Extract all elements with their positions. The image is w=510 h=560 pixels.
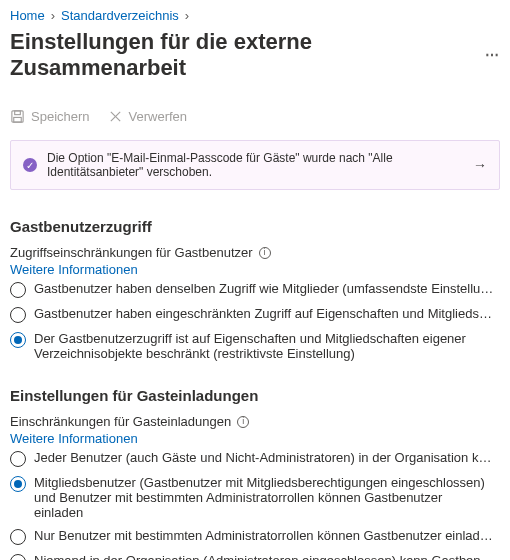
discard-button-label: Verwerfen xyxy=(129,109,188,124)
radio-icon-checked xyxy=(10,476,26,492)
radio-icon xyxy=(10,554,26,560)
discard-button[interactable]: Verwerfen xyxy=(108,109,188,124)
svg-rect-2 xyxy=(14,117,22,122)
close-icon xyxy=(108,109,123,124)
info-banner-text: Die Option "E-Mail-Einmal-Passcode für G… xyxy=(47,151,463,179)
guest-access-option-0[interactable]: Gastbenutzer haben denselben Zugriff wie… xyxy=(10,281,500,298)
save-button-label: Speichern xyxy=(31,109,90,124)
invite-option-2[interactable]: Nur Benutzer mit bestimmten Administrato… xyxy=(10,528,500,545)
guest-access-option-1[interactable]: Gastbenutzer haben eingeschränkten Zugri… xyxy=(10,306,500,323)
info-icon[interactable]: i xyxy=(237,416,249,428)
radio-label: Der Gastbenutzerzugriff ist auf Eigensch… xyxy=(34,331,494,361)
radio-label: Gastbenutzer haben denselben Zugriff wie… xyxy=(34,281,494,296)
guest-access-sublabel-text: Zugriffseinschränkungen für Gastbenutzer xyxy=(10,245,253,260)
page-title: Einstellungen für die externe Zusammenar… xyxy=(10,29,500,81)
chevron-right-icon: › xyxy=(185,8,189,23)
radio-icon xyxy=(10,307,26,323)
radio-label: Mitgliedsbenutzer (Gastbenutzer mit Mitg… xyxy=(34,475,494,520)
learn-more-link-guest-access[interactable]: Weitere Informationen xyxy=(10,262,138,277)
svg-rect-1 xyxy=(15,111,21,115)
radio-label: Nur Benutzer mit bestimmten Administrato… xyxy=(34,528,494,543)
invite-restrictions-sublabel-text: Einschränkungen für Gasteinladungen xyxy=(10,414,231,429)
invite-radio-group: Jeder Benutzer (auch Gäste und Nicht-Adm… xyxy=(10,450,500,560)
breadcrumb-directory[interactable]: Standardverzeichnis xyxy=(61,8,179,23)
more-icon[interactable]: ⋯ xyxy=(485,47,500,63)
page-title-text: Einstellungen für die externe Zusammenar… xyxy=(10,29,475,81)
radio-icon xyxy=(10,282,26,298)
info-icon[interactable]: i xyxy=(259,247,271,259)
section-heading-guest-access: Gastbenutzerzugriff xyxy=(10,218,500,235)
radio-label: Gastbenutzer haben eingeschränkten Zugri… xyxy=(34,306,494,321)
radio-icon xyxy=(10,451,26,467)
info-bullet-icon: ✓ xyxy=(23,158,37,172)
info-banner[interactable]: ✓ Die Option "E-Mail-Einmal-Passcode für… xyxy=(10,140,500,190)
toolbar: Speichern Verwerfen xyxy=(10,103,500,134)
guest-access-sublabel: Zugriffseinschränkungen für Gastbenutzer… xyxy=(10,245,500,260)
radio-icon xyxy=(10,529,26,545)
learn-more-link-invite[interactable]: Weitere Informationen xyxy=(10,431,138,446)
invite-option-0[interactable]: Jeder Benutzer (auch Gäste und Nicht-Adm… xyxy=(10,450,500,467)
radio-label: Niemand in der Organisation (Administrat… xyxy=(34,553,494,560)
guest-access-option-2[interactable]: Der Gastbenutzerzugriff ist auf Eigensch… xyxy=(10,331,500,361)
invite-restrictions-sublabel: Einschränkungen für Gasteinladungen i xyxy=(10,414,500,429)
breadcrumb-home[interactable]: Home xyxy=(10,8,45,23)
invite-option-3[interactable]: Niemand in der Organisation (Administrat… xyxy=(10,553,500,560)
arrow-right-icon: → xyxy=(473,157,487,173)
radio-label: Jeder Benutzer (auch Gäste und Nicht-Adm… xyxy=(34,450,494,465)
save-icon xyxy=(10,109,25,124)
save-button[interactable]: Speichern xyxy=(10,109,90,124)
radio-icon-checked xyxy=(10,332,26,348)
breadcrumb: Home › Standardverzeichnis › xyxy=(10,8,500,23)
guest-access-radio-group: Gastbenutzer haben denselben Zugriff wie… xyxy=(10,281,500,361)
invite-option-1[interactable]: Mitgliedsbenutzer (Gastbenutzer mit Mitg… xyxy=(10,475,500,520)
section-heading-invite-settings: Einstellungen für Gasteinladungen xyxy=(10,387,500,404)
chevron-right-icon: › xyxy=(51,8,55,23)
